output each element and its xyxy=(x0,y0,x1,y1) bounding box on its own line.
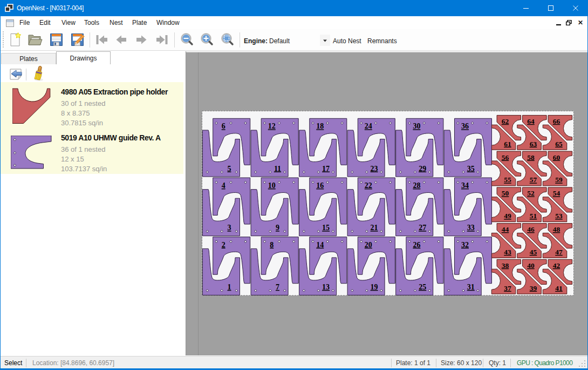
svg-text:28: 28 xyxy=(413,181,420,190)
svg-text:60: 60 xyxy=(553,153,560,162)
svg-text:32: 32 xyxy=(461,241,469,249)
svg-text:8: 8 xyxy=(270,241,274,249)
svg-text:48: 48 xyxy=(553,225,560,233)
svg-text:25: 25 xyxy=(419,283,426,291)
svg-text:51: 51 xyxy=(530,212,537,220)
svg-text:18: 18 xyxy=(316,122,324,130)
svg-text:4: 4 xyxy=(222,181,225,190)
svg-text:9: 9 xyxy=(276,224,279,232)
svg-text:34: 34 xyxy=(461,181,469,190)
svg-text:27: 27 xyxy=(419,224,426,232)
svg-text:57: 57 xyxy=(530,176,537,184)
svg-text:54: 54 xyxy=(553,189,560,197)
svg-text:23: 23 xyxy=(371,165,378,173)
svg-text:33: 33 xyxy=(467,224,475,232)
svg-text:36: 36 xyxy=(461,122,469,130)
svg-text:16: 16 xyxy=(316,181,324,190)
svg-text:49: 49 xyxy=(504,212,511,220)
svg-text:46: 46 xyxy=(527,225,535,233)
svg-text:64: 64 xyxy=(527,117,535,125)
svg-text:7: 7 xyxy=(276,283,279,291)
svg-text:47: 47 xyxy=(555,248,563,256)
svg-text:19: 19 xyxy=(371,283,378,291)
svg-text:55: 55 xyxy=(504,176,511,184)
svg-text:14: 14 xyxy=(316,241,324,249)
svg-text:45: 45 xyxy=(530,248,537,256)
svg-text:11: 11 xyxy=(274,165,281,173)
svg-text:15: 15 xyxy=(322,224,330,232)
svg-text:59: 59 xyxy=(555,176,563,184)
svg-text:3: 3 xyxy=(228,224,231,232)
svg-text:2: 2 xyxy=(222,241,225,249)
svg-text:58: 58 xyxy=(527,153,535,162)
svg-text:35: 35 xyxy=(467,165,475,173)
svg-text:13: 13 xyxy=(322,283,330,291)
svg-text:40: 40 xyxy=(527,261,535,270)
svg-text:62: 62 xyxy=(502,117,509,125)
svg-text:63: 63 xyxy=(530,140,537,148)
svg-text:43: 43 xyxy=(504,248,511,256)
svg-text:17: 17 xyxy=(322,165,330,173)
svg-text:66: 66 xyxy=(553,117,560,125)
svg-text:1: 1 xyxy=(228,283,231,291)
svg-text:61: 61 xyxy=(504,140,511,148)
svg-text:21: 21 xyxy=(371,224,378,232)
svg-text:65: 65 xyxy=(555,140,563,148)
svg-text:22: 22 xyxy=(365,181,372,190)
svg-text:39: 39 xyxy=(530,284,537,292)
svg-text:41: 41 xyxy=(555,284,563,292)
svg-text:5: 5 xyxy=(228,165,231,173)
svg-text:24: 24 xyxy=(365,122,372,130)
svg-text:56: 56 xyxy=(502,153,509,162)
svg-text:12: 12 xyxy=(268,122,276,130)
svg-text:37: 37 xyxy=(504,284,511,292)
svg-text:44: 44 xyxy=(502,225,509,233)
svg-text:20: 20 xyxy=(365,241,372,249)
svg-text:31: 31 xyxy=(467,283,475,291)
svg-text:29: 29 xyxy=(419,165,426,173)
svg-text:6: 6 xyxy=(222,122,225,130)
svg-text:38: 38 xyxy=(502,261,509,270)
svg-text:53: 53 xyxy=(555,212,563,220)
svg-text:10: 10 xyxy=(268,181,276,190)
svg-text:30: 30 xyxy=(413,122,420,130)
svg-text:42: 42 xyxy=(553,261,560,270)
svg-text:26: 26 xyxy=(413,241,420,249)
svg-text:52: 52 xyxy=(527,189,535,197)
svg-text:50: 50 xyxy=(502,189,509,197)
